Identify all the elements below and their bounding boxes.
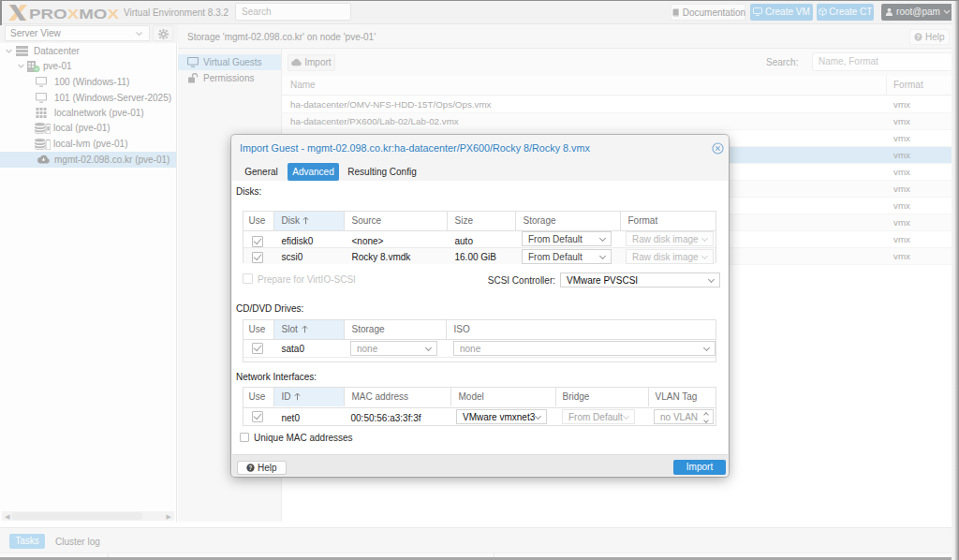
svg-text:PROXMOX: PROXMOX [29,6,120,22]
svg-text:?: ? [917,34,921,40]
svg-text:?: ? [249,464,253,471]
